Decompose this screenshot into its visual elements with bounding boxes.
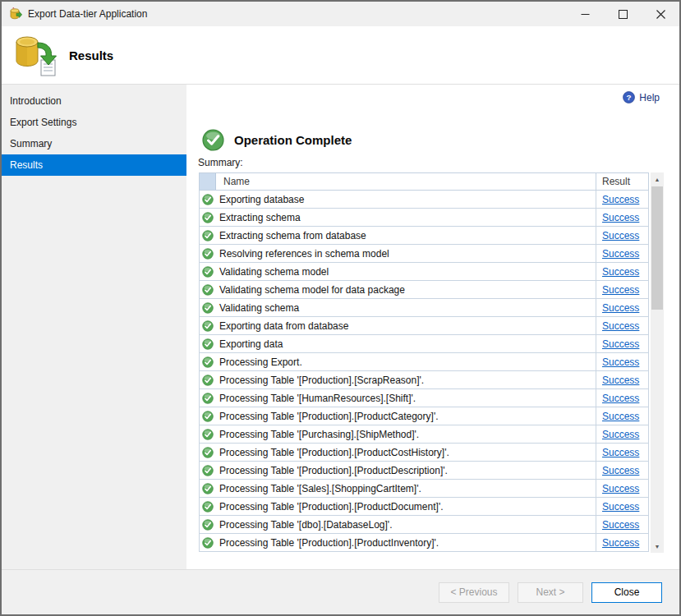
table-row[interactable]: Exporting data Success [199,335,649,353]
table-row[interactable]: Processing Table '[Sales].[ShoppingCartI… [199,480,649,498]
previous-button[interactable]: < Previous [439,582,509,603]
step-name: Processing Table '[Production].[ProductD… [216,462,596,479]
step-name: Processing Table '[Production].[ProductI… [216,534,596,551]
sidebar-item-summary[interactable]: Summary [2,133,186,154]
result-link[interactable]: Success [602,465,639,476]
table-row[interactable]: Extracting schema Success [199,209,649,227]
result-link[interactable]: Success [602,429,639,440]
table-header: Name Result [199,172,649,191]
table-scrollbar[interactable]: ▲ ▼ [651,172,664,553]
result-link[interactable]: Success [602,411,639,422]
result-link[interactable]: Success [602,375,639,386]
results-table: Name Result Exporting database Success [199,172,649,553]
table-row[interactable]: Processing Table '[Production].[ProductC… [199,407,649,425]
operation-complete-check-icon [202,129,224,151]
sidebar-item-label: Summary [10,138,52,149]
close-wizard-button[interactable]: Close [591,582,662,603]
table-row[interactable]: Exporting data from database Success [199,317,649,335]
database-export-app-icon [9,7,22,21]
success-check-icon [202,284,214,296]
success-check-icon [202,230,214,241]
sidebar-item-label: Results [10,159,43,171]
result-link[interactable]: Success [602,302,639,314]
result-link[interactable]: Success [602,212,639,223]
sidebar-item-introduction[interactable]: Introduction [2,90,186,112]
result-link[interactable]: Success [602,284,639,296]
export-dta-window: Export Data-tier Application [0,0,681,616]
result-link[interactable]: Success [602,338,639,350]
step-name: Processing Table '[Production].[ScrapRea… [216,371,596,388]
result-link[interactable]: Success [602,501,639,513]
table-row[interactable]: Processing Table '[Production].[ProductD… [199,498,649,516]
maximize-icon [619,10,628,19]
table-row[interactable]: Extracting schema from database Success [199,227,649,245]
success-check-icon [202,356,214,368]
success-check-icon [202,212,214,223]
scrollbar-thumb[interactable] [651,186,663,310]
table-row[interactable]: Exporting database Success [199,191,649,209]
results-table-area: Name Result Exporting database Success [199,172,664,553]
success-check-icon [202,266,214,278]
step-name: Extracting schema from database [216,227,596,244]
maximize-button[interactable] [604,2,642,26]
window-title: Export Data-tier Application [28,8,566,20]
step-name: Extracting schema [216,209,596,226]
step-name: Exporting data [216,335,596,352]
result-link[interactable]: Success [602,266,639,278]
sidebar-item-export-settings[interactable]: Export Settings [2,112,186,133]
table-row[interactable]: Validating schema Success [199,299,649,317]
step-name: Processing Table '[Purchasing].[ShipMeth… [216,425,596,443]
table-row[interactable]: Processing Export. Success [199,353,649,371]
next-button[interactable]: Next > [518,582,583,603]
table-row[interactable]: Validating schema model for data package… [199,281,649,299]
result-link[interactable]: Success [602,320,639,332]
table-row[interactable]: Processing Table '[Production].[ProductC… [199,444,649,462]
scroll-down-arrow-icon[interactable]: ▼ [651,540,664,553]
result-link[interactable]: Success [602,248,639,260]
success-check-icon [202,248,214,260]
column-header-name: Name [216,173,596,190]
step-name: Processing Table '[Production].[ProductC… [216,407,596,425]
window-controls [566,2,679,26]
sidebar-nav: Introduction Export Settings Summary Res… [2,85,186,569]
result-link[interactable]: Success [602,483,639,494]
sidebar-item-results[interactable]: Results [2,154,186,176]
step-name: Validating schema [216,299,596,316]
step-name: Validating schema model for data package [216,281,596,298]
step-name: Exporting database [216,191,596,208]
result-link[interactable]: Success [602,356,639,368]
help-link[interactable]: ? Help [623,91,660,103]
table-row[interactable]: Processing Table '[Production].[ProductD… [199,462,649,480]
step-name: Exporting data from database [216,317,596,334]
table-row[interactable]: Processing Table '[Production].[ProductI… [199,534,649,552]
table-row[interactable]: Resolving references in schema model Suc… [199,245,649,263]
result-link[interactable]: Success [602,393,639,404]
result-link[interactable]: Success [602,194,639,205]
help-label: Help [639,92,660,103]
step-name: Processing Export. [216,353,596,370]
minimize-button[interactable] [566,2,604,26]
success-check-icon [202,375,214,386]
page-title: Results [69,48,113,62]
success-check-icon [202,501,214,513]
main-content: ? Help Operation Complete Summary: [186,85,679,569]
wizard-header: Results [2,26,679,85]
step-name: Processing Table '[Sales].[ShoppingCartI… [216,480,596,497]
scroll-up-arrow-icon[interactable]: ▲ [651,172,664,186]
table-row[interactable]: Processing Table '[HumanResources].[Shif… [199,389,649,407]
help-icon: ? [623,91,635,103]
table-row[interactable]: Validating schema model Success [199,263,649,281]
result-link[interactable]: Success [602,230,639,241]
close-window-button[interactable] [642,2,679,26]
result-link[interactable]: Success [602,519,639,531]
table-row[interactable]: Processing Table '[Production].[ScrapRea… [199,371,649,389]
result-link[interactable]: Success [602,447,639,458]
table-row[interactable]: Processing Table '[Purchasing].[ShipMeth… [199,425,649,444]
results-table-body: Exporting database Success Extracting sc… [199,191,649,552]
success-check-icon [202,411,214,422]
result-link[interactable]: Success [602,537,639,549]
table-row[interactable]: Processing Table '[dbo].[DatabaseLog]'. … [199,516,649,534]
success-check-icon [202,465,214,476]
status-heading: Operation Complete [234,133,352,147]
step-name: Processing Table '[Production].[ProductD… [216,498,596,515]
